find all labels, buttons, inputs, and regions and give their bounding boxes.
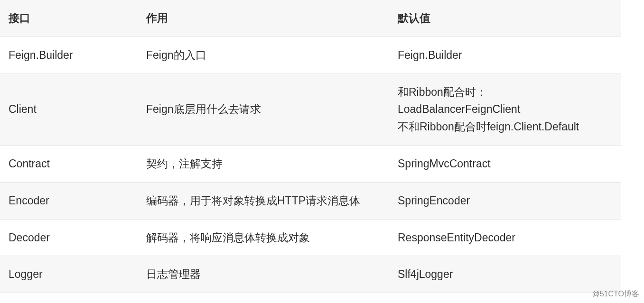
cell-interface: Feign.Builder	[0, 37, 138, 73]
table-row: Feign.Builder Feign的入口 Feign.Builder	[0, 37, 621, 73]
cell-purpose: 契约，注解支持	[138, 145, 389, 182]
table-row: Logger 日志管理器 Slf4jLogger	[0, 256, 621, 293]
cell-purpose: Feign的入口	[138, 37, 389, 73]
watermark-text: @51CTO博客	[592, 289, 639, 299]
table-row: RequestInterceptor 用于为每个请求添加通用逻辑 无	[0, 293, 621, 303]
cell-purpose: 编码器，用于将对象转换成HTTP请求消息体	[138, 182, 389, 219]
cell-interface: Decoder	[0, 219, 138, 256]
cell-default: SpringMvcContract	[389, 145, 621, 182]
feign-config-table: 接口 作用 默认值 Feign.Builder Feign的入口 Feign.B…	[0, 0, 621, 303]
table-header: 接口 作用 默认值	[0, 0, 621, 37]
cell-purpose: Feign底层用什么去请求	[138, 73, 389, 145]
cell-interface: Client	[0, 73, 138, 145]
cell-purpose: 日志管理器	[138, 256, 389, 293]
table-row: Contract 契约，注解支持 SpringMvcContract	[0, 145, 621, 182]
table: 接口 作用 默认值 Feign.Builder Feign的入口 Feign.B…	[0, 0, 621, 303]
table-row: Decoder 解码器，将响应消息体转换成对象 ResponseEntityDe…	[0, 219, 621, 256]
cell-interface: Logger	[0, 256, 138, 293]
cell-default: Feign.Builder	[389, 37, 621, 73]
cell-default: ResponseEntityDecoder	[389, 219, 621, 256]
cell-default: SpringEncoder	[389, 182, 621, 219]
cell-default: Slf4jLogger	[389, 256, 621, 293]
table-row: Encoder 编码器，用于将对象转换成HTTP请求消息体 SpringEnco…	[0, 182, 621, 219]
cell-default: 和Ribbon配合时： LoadBalancerFeignClient 不和Ri…	[389, 73, 621, 145]
cell-interface: Contract	[0, 145, 138, 182]
cell-interface: RequestInterceptor	[0, 293, 138, 303]
header-default: 默认值	[389, 0, 621, 37]
cell-purpose: 用于为每个请求添加通用逻辑	[138, 293, 389, 303]
table-row: Client Feign底层用什么去请求 和Ribbon配合时： LoadBal…	[0, 73, 621, 145]
header-interface: 接口	[0, 0, 138, 37]
cell-default: 无	[389, 293, 621, 303]
cell-purpose: 解码器，将响应消息体转换成对象	[138, 219, 389, 256]
header-purpose: 作用	[138, 0, 389, 37]
table-body: Feign.Builder Feign的入口 Feign.Builder Cli…	[0, 37, 621, 303]
cell-interface: Encoder	[0, 182, 138, 219]
